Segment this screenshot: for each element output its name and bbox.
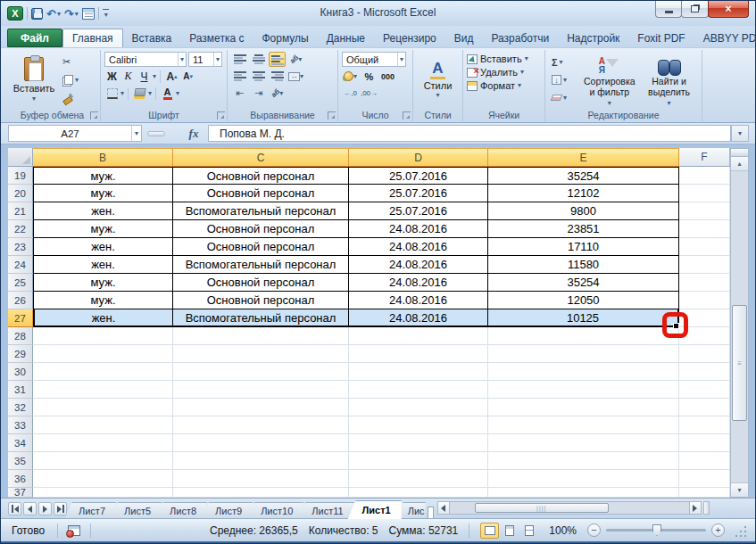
cell-d19[interactable]: 25.07.2016 (349, 167, 488, 185)
scroll-right-button[interactable] (689, 501, 702, 515)
cell-d24[interactable]: 24.08.2016 (349, 256, 488, 274)
row-header-21[interactable]: 21 (8, 202, 33, 220)
format-cells-button[interactable]: Формат ▾ (467, 80, 541, 91)
cell-b19[interactable]: муж. (33, 167, 173, 185)
decrease-decimal-button[interactable]: ,00→ (361, 86, 378, 101)
cell-f25[interactable] (679, 274, 730, 292)
cell-e24[interactable]: 11580 (488, 256, 679, 274)
scroll-up-button[interactable]: ▴ (731, 157, 748, 171)
tab-insert[interactable]: Вставка (123, 29, 181, 47)
tab-data[interactable]: Данные (318, 29, 374, 47)
cell-c25[interactable]: Основной персонал (173, 274, 349, 292)
chevron-down-icon[interactable]: ▾ (57, 10, 61, 18)
cell-e25[interactable]: 35254 (488, 274, 679, 292)
dialog-launcher-icon[interactable] (217, 111, 225, 120)
chevron-down-icon[interactable]: ▾ (32, 95, 36, 103)
borders-button[interactable] (104, 86, 120, 101)
increase-decimal-button[interactable]: ←,0 (342, 86, 359, 101)
chevron-down-icon[interactable]: ▾ (153, 73, 156, 80)
cell-c23[interactable]: Основной персонал (173, 238, 349, 256)
number-format-select[interactable]: Общий▾ (342, 52, 406, 67)
formula-bar-resizer[interactable] (147, 131, 165, 136)
align-left-button[interactable] (231, 69, 248, 84)
format-painter-button[interactable] (60, 90, 81, 105)
restore-button[interactable] (681, 1, 709, 18)
cell-d21[interactable]: 25.07.2016 (349, 202, 488, 220)
row-header-29[interactable]: 29 (8, 345, 33, 363)
cell[interactable] (349, 434, 488, 452)
comma-style-button[interactable]: 000 (379, 69, 396, 84)
chevron-down-icon[interactable]: ▾ (176, 90, 179, 97)
chevron-down-icon[interactable]: ▾ (131, 126, 141, 141)
cell[interactable] (488, 363, 679, 381)
zoom-out-button[interactable]: − (587, 523, 601, 537)
cell-c24[interactable]: Вспомогательный персонал (173, 256, 349, 274)
row-header-19[interactable]: 19 (8, 167, 33, 185)
close-button[interactable]: × (708, 1, 749, 18)
cell-f19[interactable] (679, 167, 730, 185)
cell[interactable] (349, 363, 488, 381)
orientation-button[interactable]: аб▾ (287, 52, 304, 67)
cell[interactable] (488, 327, 679, 345)
row-header-33[interactable]: 33 (8, 416, 33, 434)
column-header-c[interactable]: C (173, 148, 349, 167)
undo-button[interactable]: ↶▾ (46, 8, 61, 20)
name-box[interactable]: A27 ▾ (8, 125, 142, 142)
cell[interactable] (488, 470, 679, 488)
cell[interactable] (173, 434, 349, 452)
decrease-indent-button[interactable]: ⇤ (231, 86, 248, 101)
sheet-tab-list10[interactable]: Лист10 (246, 502, 303, 519)
prev-sheet-button[interactable] (23, 502, 37, 515)
cell-e26[interactable]: 12050 (488, 292, 679, 309)
cell[interactable] (173, 452, 349, 470)
tab-page-layout[interactable]: Разметка с (180, 29, 253, 47)
align-bottom-button[interactable] (269, 52, 286, 67)
accounting-format-button[interactable]: ▾ (342, 69, 359, 84)
cell[interactable] (679, 345, 730, 363)
row-header-20[interactable]: 20 (8, 185, 33, 202)
scroll-left-button[interactable] (437, 501, 450, 515)
increase-indent-button[interactable]: ⇥ (250, 86, 267, 101)
cell[interactable] (488, 381, 679, 399)
cell[interactable] (349, 381, 488, 399)
minimize-button[interactable] (655, 1, 682, 18)
cell-b26[interactable]: муж. (33, 292, 173, 309)
sheet-tab-list9[interactable]: Лист9 (201, 502, 253, 519)
cell[interactable] (33, 381, 173, 399)
cell[interactable] (349, 470, 488, 488)
row-header-27[interactable]: 27 (8, 309, 33, 327)
cell[interactable] (679, 363, 730, 381)
row-header-31[interactable]: 31 (8, 381, 33, 399)
cell[interactable] (33, 488, 173, 498)
bold-button[interactable]: Ж (104, 69, 120, 84)
excel-logo-icon[interactable]: X (7, 6, 23, 21)
insert-cells-button[interactable]: Вставить ▾ (467, 54, 541, 64)
cell[interactable] (488, 345, 679, 363)
paste-button[interactable]: Вставить ▾ (8, 52, 60, 108)
customize-qat-button[interactable]: ▾ (103, 9, 109, 19)
cell[interactable] (679, 381, 730, 399)
column-header-d[interactable]: D (349, 148, 488, 167)
tab-formulas[interactable]: Формулы (253, 29, 317, 47)
sheet-tab-list7[interactable]: Лист7 (64, 502, 116, 519)
tab-addins[interactable]: Надстройк (558, 29, 628, 47)
italic-button[interactable]: К (120, 69, 136, 84)
cell[interactable] (173, 363, 349, 381)
cell-e27[interactable]: 10125 (488, 309, 679, 327)
cell-d22[interactable]: 24.08.2016 (349, 220, 488, 238)
cell-f22[interactable] (679, 220, 730, 238)
scrollbar-track[interactable]: ≡ (731, 171, 748, 482)
resize-grip[interactable] (735, 524, 748, 537)
column-header-e[interactable]: E (488, 148, 679, 167)
cut-button[interactable]: ✂ (60, 54, 81, 70)
font-size-select[interactable]: 11▾ (188, 52, 222, 67)
cell[interactable] (349, 488, 488, 498)
cell[interactable] (679, 434, 730, 452)
cell-c26[interactable]: Основной персонал (173, 292, 349, 309)
cell[interactable] (679, 416, 730, 434)
chevron-down-icon[interactable]: ▾ (120, 90, 124, 97)
cell[interactable] (679, 452, 730, 470)
cell-d23[interactable]: 24.08.2016 (349, 238, 488, 256)
align-top-button[interactable] (231, 52, 248, 67)
cell[interactable] (488, 488, 679, 498)
